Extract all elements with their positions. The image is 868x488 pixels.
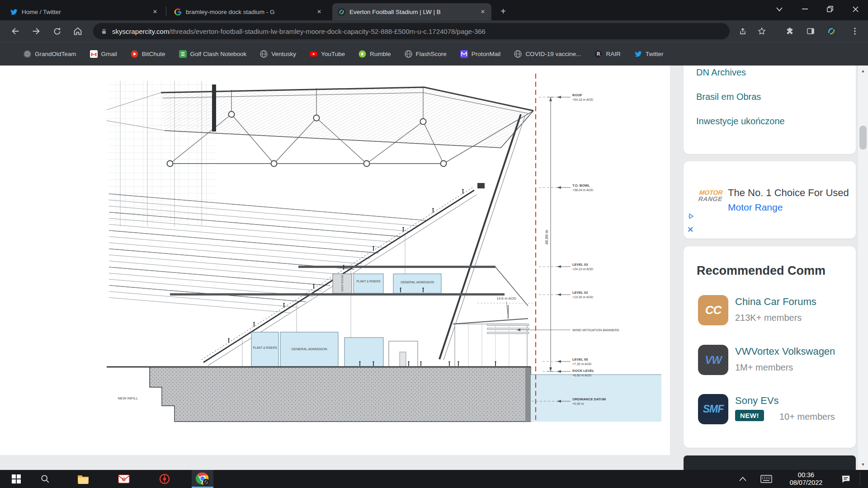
- bookmark-label: BitChute: [142, 51, 165, 57]
- show-desktop-divider[interactable]: [860, 472, 860, 486]
- sidebar-link-brasil-em-obras[interactable]: Brasil em Obras: [696, 92, 761, 102]
- address-bar[interactable]: skyscrapercity.com/threads/everton-footb…: [93, 23, 730, 39]
- svg-text:+0.00 m: +0.00 m: [572, 402, 584, 405]
- tab-google-search[interactable]: bramley-moore dock stadium - G ✕: [169, 3, 328, 20]
- bookmark-youtube[interactable]: YouTube: [310, 50, 345, 58]
- windows-logo-icon: [11, 474, 21, 484]
- tab-close-icon[interactable]: ✕: [479, 9, 487, 15]
- browser-toolbar: skyscrapercity.com/threads/everton-footb…: [0, 20, 868, 42]
- tray-chevron-up-icon[interactable]: [733, 470, 752, 488]
- svg-text:LEVEL 02: LEVEL 02: [572, 291, 588, 295]
- bookmark-label: Ventusky: [271, 51, 296, 57]
- ad-headline[interactable]: The No. 1 Choice For Used: [728, 187, 854, 199]
- taskbar-search-button[interactable]: [34, 470, 56, 488]
- bookmark-protonmail[interactable]: ProtonMail: [460, 50, 501, 58]
- scroll-down-icon[interactable]: ▼: [858, 462, 868, 467]
- bookmark-bitchute[interactable]: BitChute: [131, 50, 165, 58]
- rumble-icon: [359, 50, 366, 58]
- adchoices-icon[interactable]: [687, 212, 695, 222]
- motor-range-logo: MOTOR RANGE: [696, 189, 726, 202]
- twitter-favicon: [10, 8, 18, 16]
- start-button[interactable]: [5, 470, 27, 488]
- back-icon[interactable]: [7, 23, 24, 39]
- google-favicon: [174, 8, 182, 16]
- bookmark-label: Twitter: [646, 51, 664, 57]
- bookmark-covid-vaccine[interactable]: COVID-19 vaccine...: [514, 50, 581, 58]
- profile-avatar[interactable]: [823, 23, 840, 39]
- restore-button[interactable]: [817, 0, 843, 18]
- community-link[interactable]: China Car Forums: [735, 296, 854, 308]
- menu-dots-icon[interactable]: [846, 23, 863, 39]
- bookmark-rumble[interactable]: Rumble: [359, 50, 391, 58]
- bookmark-rair[interactable]: RRAIR: [594, 50, 620, 58]
- level-marker-to-bowl: T.O. BOWL+38.04 m AOD: [539, 183, 593, 192]
- taskbar-clock[interactable]: 00:36 08/07/2022: [778, 471, 834, 487]
- bookmark-gmail[interactable]: Gmail: [90, 50, 117, 58]
- forum-sidebar: DN Archives Brasil em Obras Inwestycje u…: [670, 66, 857, 470]
- driver-app-button[interactable]: [154, 470, 175, 488]
- sidebar-link-inwestycje[interactable]: Inwestycje ukończone: [696, 116, 785, 127]
- clock-date: 08/07/2022: [778, 479, 834, 487]
- china-car-forums-icon[interactable]: CC: [698, 295, 728, 325]
- tab-close-icon[interactable]: ✕: [315, 9, 323, 15]
- tab-close-icon[interactable]: ✕: [151, 9, 159, 15]
- lock-icon: [100, 28, 108, 35]
- tab-skyscrapercity[interactable]: Everton Football Stadium | LW | B ✕: [332, 3, 491, 20]
- bookmark-label: Golf Clash Notebook: [190, 51, 247, 57]
- bookmark-star-icon[interactable]: [753, 23, 770, 39]
- ad-close-icon[interactable]: ✕: [687, 225, 693, 235]
- chrome-taskbar-button[interactable]: [192, 470, 213, 488]
- bookmark-label: Rumble: [370, 51, 391, 57]
- scroll-up-icon[interactable]: ▲: [858, 69, 868, 73]
- close-window-button[interactable]: [843, 0, 868, 18]
- svg-text:ORDINANCE DATUM: ORDINANCE DATUM: [572, 397, 606, 401]
- tab-search-chevron-icon[interactable]: [767, 0, 792, 18]
- page-scrollbar[interactable]: ▲ ▼: [857, 66, 868, 470]
- roof-support-strut: [439, 114, 525, 360]
- bookmarks-bar: GrandOldTeam Gmail BitChute Golf Clash N…: [0, 42, 868, 66]
- bitchute-icon: [131, 50, 138, 58]
- level-marker-roof: ROOF+54.16 m AOD: [539, 93, 593, 101]
- community-link[interactable]: Sony EVs: [735, 395, 854, 407]
- globe-icon: [260, 50, 268, 58]
- tab-twitter[interactable]: Home / Twitter ✕: [5, 3, 164, 20]
- home-icon[interactable]: [70, 23, 86, 39]
- community-members: 1M+ members: [735, 362, 793, 373]
- sony-evs-icon[interactable]: SMF: [698, 394, 728, 424]
- reload-icon[interactable]: [49, 23, 65, 39]
- forward-icon[interactable]: [28, 23, 44, 39]
- file-explorer-button[interactable]: [72, 470, 94, 488]
- bookmark-grandoldteam[interactable]: GrandOldTeam: [24, 50, 76, 58]
- bookmark-flashscore[interactable]: FlashScore: [405, 50, 447, 58]
- vwvortex-icon[interactable]: VW: [698, 345, 728, 375]
- height-dimension: 46,86 m: [544, 97, 554, 371]
- minimize-button[interactable]: [792, 0, 817, 18]
- new-tab-button[interactable]: +: [496, 5, 510, 18]
- bookmark-golf-clash-notebook[interactable]: Golf Clash Notebook: [179, 50, 247, 58]
- share-icon[interactable]: [734, 23, 751, 39]
- action-center-button[interactable]: [835, 470, 856, 488]
- bookmark-twitter[interactable]: Twitter: [634, 50, 664, 58]
- sidebar-link-dn-archives[interactable]: DN Archives: [696, 67, 746, 78]
- dim-14-6: ​ 14.6 m AOD: [477, 296, 535, 317]
- url-path: /threads/everton-football-stadium-lw-bra…: [169, 28, 486, 35]
- side-panel-icon[interactable]: [802, 23, 819, 39]
- bookmark-ventusky[interactable]: Ventusky: [260, 50, 296, 58]
- ad-advertiser-link[interactable]: Motor Range: [728, 202, 783, 213]
- dockside-building: [453, 305, 529, 367]
- touch-keyboard-icon[interactable]: [756, 470, 777, 488]
- grandoldteam-icon: [24, 50, 31, 58]
- gmail-envelope-icon: G: [118, 474, 130, 483]
- file-explorer-icon: [77, 474, 89, 484]
- bookmark-label: RAIR: [606, 51, 620, 57]
- url-text: skyscrapercity.com/threads/everton-footb…: [112, 28, 486, 35]
- dim-height-label: 46,86 m: [544, 230, 549, 245]
- gmail-app-button[interactable]: G: [113, 470, 135, 488]
- community-link[interactable]: VWVortex Volkswagen: [735, 346, 854, 357]
- extensions-icon[interactable]: [781, 23, 798, 39]
- level-marker-03: LEVEL 03+24.10 m AOD: [539, 263, 593, 271]
- svg-text:LEVEL 03: LEVEL 03: [572, 263, 588, 267]
- rair-icon: R: [594, 50, 602, 58]
- svg-text:LEVEL 00: LEVEL 00: [572, 357, 588, 361]
- scrollbar-thumb[interactable]: [859, 126, 867, 150]
